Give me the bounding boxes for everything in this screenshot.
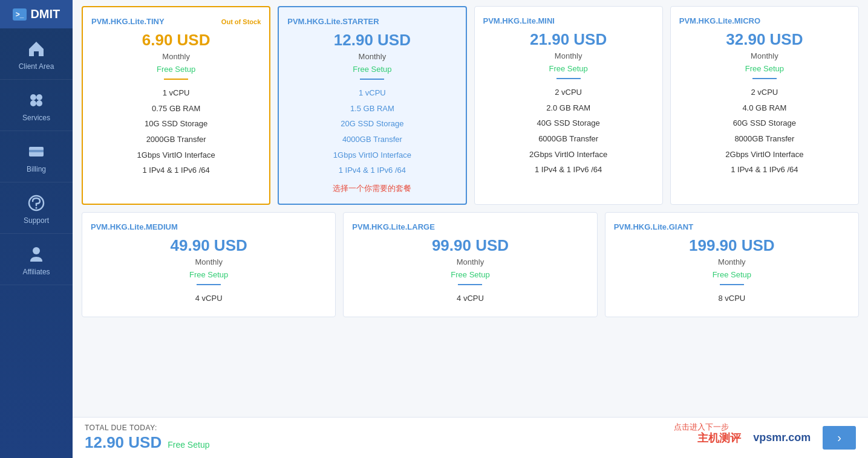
plan-billing-tiny: Monthly	[91, 52, 261, 61]
plan-price-micro: 32.90 USD	[679, 30, 850, 49]
plan-specs-micro: 2 vCPU 4.0 GB RAM 60G SSD Storage 8000GB…	[679, 85, 850, 178]
sidebar-label-services: Services	[22, 114, 50, 122]
plan-price-large: 99.90 USD	[352, 236, 588, 255]
spec-ram-tiny: 0.75 GB RAM	[91, 102, 261, 117]
plan-divider-mini	[556, 78, 581, 79]
spec-ip-starter: 1 IPv4 & 1 IPv6 /64	[287, 163, 457, 178]
spec-storage-tiny: 10G SSD Storage	[91, 117, 261, 132]
svg-point-3	[36, 100, 42, 106]
plan-billing-starter: Monthly	[287, 52, 457, 61]
spec-interface-mini: 2Gbps VirtIO Interface	[483, 147, 654, 163]
support-icon	[27, 193, 46, 213]
plan-header-giant: PVM.HKG.Lite.GIANT	[614, 222, 850, 231]
plan-header-large: PVM.HKG.Lite.LARGE	[352, 222, 588, 231]
plan-free-setup-medium: Free Setup	[91, 270, 327, 279]
plan-free-setup-micro: Free Setup	[679, 64, 850, 73]
spec-vcpu-giant: 8 vCPU	[614, 291, 850, 306]
spec-ram-starter: 1.5 GB RAM	[287, 102, 457, 117]
plan-specs-mini: 2 vCPU 2.0 GB RAM 40G SSD Storage 6000GB…	[483, 85, 654, 178]
svg-point-0	[30, 94, 36, 100]
sidebar: >_ DMIT Client Area Services Billing	[0, 0, 73, 458]
sidebar-item-client-area[interactable]: Client Area	[0, 28, 73, 80]
sidebar-item-billing[interactable]: Billing	[0, 131, 73, 182]
spec-transfer-micro: 8000GB Transfer	[679, 132, 850, 147]
plan-header-medium: PVM.HKG.Lite.MEDIUM	[91, 222, 327, 231]
sidebar-item-support[interactable]: Support	[0, 182, 73, 234]
spec-ip-micro: 1 IPv4 & 1 IPv6 /64	[679, 163, 850, 178]
plan-card-large[interactable]: PVM.HKG.Lite.LARGE 99.90 USD Monthly Fre…	[343, 212, 597, 317]
affiliates-icon	[27, 245, 46, 264]
plan-free-setup-mini: Free Setup	[483, 64, 654, 73]
plan-free-setup-large: Free Setup	[352, 270, 588, 279]
spec-storage-micro: 60G SSD Storage	[679, 116, 850, 131]
plan-divider-large	[458, 284, 482, 285]
plan-name-medium: PVM.HKG.Lite.MEDIUM	[91, 222, 178, 231]
plan-card-starter[interactable]: PVM.HKG.Lite.STARTER 12.90 USD Monthly F…	[278, 6, 466, 205]
plan-name-large: PVM.HKG.Lite.LARGE	[352, 222, 435, 231]
plan-card-micro[interactable]: PVM.HKG.Lite.MICRO 32.90 USD Monthly Fre…	[670, 6, 859, 205]
svg-rect-5	[29, 150, 44, 152]
pricing-grid-row2: PVM.HKG.Lite.MEDIUM 49.90 USD Monthly Fr…	[82, 212, 859, 317]
plan-billing-giant: Monthly	[614, 257, 850, 266]
plan-card-mini[interactable]: PVM.HKG.Lite.MINI 21.90 USD Monthly Free…	[474, 6, 663, 205]
plan-specs-large: 4 vCPU	[352, 291, 588, 306]
plan-billing-micro: Monthly	[679, 51, 850, 60]
plan-price-giant: 199.90 USD	[614, 236, 850, 255]
sidebar-item-affiliates[interactable]: Affiliates	[0, 234, 73, 285]
logo-icon: >_	[13, 8, 27, 21]
plan-header-mini: PVM.HKG.Lite.MINI	[483, 16, 654, 25]
spec-storage-mini: 40G SSD Storage	[483, 116, 654, 131]
next-button[interactable]: ›	[823, 426, 856, 450]
spec-storage-starter: 20G SSD Storage	[287, 117, 457, 132]
plan-divider-micro	[752, 78, 777, 79]
plan-divider-tiny	[164, 79, 188, 80]
spec-interface-starter: 1Gbps VirtIO Interface	[287, 148, 457, 163]
sidebar-label-billing: Billing	[27, 165, 46, 173]
plan-specs-tiny: 1 vCPU 0.75 GB RAM 10G SSD Storage 2000G…	[91, 86, 261, 178]
plan-billing-mini: Monthly	[483, 51, 654, 60]
billing-icon	[27, 142, 46, 161]
plan-card-tiny[interactable]: PVM.HKG.Lite.TINY Out of Stock 6.90 USD …	[82, 6, 270, 205]
spec-vcpu-tiny: 1 vCPU	[91, 86, 261, 101]
plan-free-setup-starter: Free Setup	[287, 65, 457, 74]
plan-card-giant[interactable]: PVM.HKG.Lite.GIANT 199.90 USD Monthly Fr…	[605, 212, 859, 317]
plan-free-setup-giant: Free Setup	[614, 270, 850, 279]
logo-text: DMIT	[30, 7, 60, 21]
plan-header-starter: PVM.HKG.Lite.STARTER	[287, 17, 457, 26]
spec-interface-micro: 2Gbps VirtIO Interface	[679, 147, 850, 163]
spec-ip-mini: 1 IPv4 & 1 IPv6 /64	[483, 163, 654, 178]
plan-name-mini: PVM.HKG.Lite.MINI	[483, 16, 555, 25]
spec-transfer-tiny: 2000GB Transfer	[91, 132, 261, 147]
footer-bar: TOTAL DUE TODAY: 12.90 USD Free Setup 主机…	[73, 417, 868, 458]
spec-vcpu-starter: 1 vCPU	[287, 86, 457, 101]
footer-total-price: 12.90 USD	[85, 433, 162, 452]
plan-card-medium[interactable]: PVM.HKG.Lite.MEDIUM 49.90 USD Monthly Fr…	[82, 212, 336, 317]
plan-name-tiny: PVM.HKG.Lite.TINY	[91, 17, 165, 26]
sidebar-label-client-area: Client Area	[19, 62, 54, 71]
plan-divider-giant	[720, 284, 744, 285]
main-content: PVM.HKG.Lite.TINY Out of Stock 6.90 USD …	[73, 0, 868, 458]
footer-total-label: TOTAL DUE TODAY:	[85, 424, 209, 432]
plan-header-micro: PVM.HKG.Lite.MICRO	[679, 16, 850, 25]
spec-transfer-mini: 6000GB Transfer	[483, 132, 654, 147]
spec-transfer-starter: 4000GB Transfer	[287, 132, 457, 147]
plan-price-medium: 49.90 USD	[91, 236, 327, 255]
spec-vcpu-mini: 2 vCPU	[483, 85, 654, 100]
sidebar-item-services[interactable]: Services	[0, 80, 73, 131]
plan-price-starter: 12.90 USD	[287, 31, 457, 50]
spec-vcpu-large: 4 vCPU	[352, 291, 588, 306]
sidebar-label-support: Support	[24, 216, 49, 225]
logo[interactable]: >_ DMIT	[0, 0, 73, 28]
plan-specs-giant: 8 vCPU	[614, 291, 850, 306]
spec-ram-mini: 2.0 GB RAM	[483, 101, 654, 116]
spec-ram-micro: 4.0 GB RAM	[679, 101, 850, 116]
sidebar-label-affiliates: Affiliates	[22, 268, 50, 276]
plan-billing-large: Monthly	[352, 257, 588, 266]
svg-point-2	[30, 100, 36, 106]
plan-divider-starter	[360, 79, 384, 80]
pricing-grid-row1: PVM.HKG.Lite.TINY Out of Stock 6.90 USD …	[82, 6, 859, 205]
footer-domain: vpsmr.com	[753, 431, 811, 444]
svg-point-7	[36, 207, 38, 209]
plan-free-setup-tiny: Free Setup	[91, 65, 261, 74]
plan-specs-starter: 1 vCPU 1.5 GB RAM 20G SSD Storage 4000GB…	[287, 86, 457, 178]
